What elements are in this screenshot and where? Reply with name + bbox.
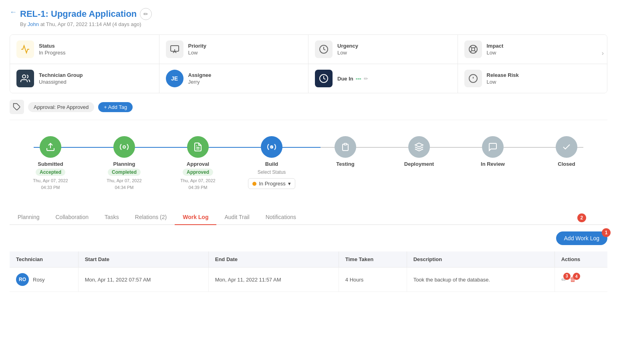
- technician-avatar: RO: [16, 273, 29, 286]
- timeline-step-testing: Testing: [308, 136, 382, 169]
- svg-line-6: [474, 50, 476, 52]
- release-risk-icon: [464, 70, 482, 87]
- author-link[interactable]: John: [28, 21, 39, 27]
- urgency-icon: [315, 40, 333, 58]
- tabs-bar: Planning Collaboration Tasks Relations (…: [10, 210, 607, 225]
- table-row: RO Rosy Mon, Apr 11, 2022 07:57 AM Mon, …: [10, 267, 607, 292]
- add-tag-button[interactable]: + Add Tag: [98, 102, 133, 112]
- edit-worklog-button[interactable]: ✏ 3: [561, 276, 567, 284]
- due-in-edit-icon[interactable]: ✏: [364, 76, 368, 82]
- deployment-label: Deployment: [404, 161, 434, 167]
- info-card-due-in[interactable]: Due In --- ✏: [308, 64, 458, 93]
- submitted-date: Thu, Apr 07, 202204:33 PM: [33, 177, 68, 191]
- technician-cell: RO Rosy: [10, 267, 78, 292]
- timeline-step-build: Build Select Status In Progress ▾: [235, 136, 308, 189]
- submitted-circle: [40, 136, 61, 158]
- tab-worklog[interactable]: Work Log: [175, 210, 216, 225]
- back-button[interactable]: ←: [10, 8, 17, 16]
- info-card-assignee[interactable]: JE Assignee Jerry: [159, 64, 309, 93]
- status-label: Status: [39, 43, 65, 49]
- planning-date: Thu, Apr 07, 202204:34 PM: [107, 177, 141, 191]
- urgency-label: Urgency: [337, 43, 358, 49]
- approval-tag[interactable]: Approval: Pre Approved: [28, 102, 94, 112]
- in-review-label: In Review: [481, 161, 505, 167]
- main-page: ← REL-1: Upgrade Application ✏ By John a…: [0, 0, 617, 364]
- col-technician: Technician: [10, 251, 78, 267]
- description-cell: Took the backup of the database.: [407, 267, 554, 292]
- worklog-section: 2 Add Work Log 1 Technician Start Date E…: [10, 231, 607, 292]
- due-in-icon: [315, 70, 333, 87]
- approval-date: Thu, Apr 07, 202204:39 PM: [180, 177, 215, 191]
- timeline-step-submitted: Submitted Accepted Thu, Apr 07, 202204:3…: [14, 136, 87, 191]
- title-block: REL-1: Upgrade Application ✏ By John at …: [20, 8, 152, 27]
- testing-label: Testing: [336, 161, 354, 167]
- testing-circle: [335, 136, 356, 158]
- info-card-technician-group[interactable]: Technician Group Unassigned: [10, 64, 159, 93]
- impact-value: Low: [487, 50, 504, 56]
- worklog-table: Technician Start Date End Date Time Take…: [10, 251, 607, 292]
- info-card-impact[interactable]: Impact Low: [458, 35, 607, 64]
- status-value: In Progress: [39, 50, 65, 56]
- badge-1: 1: [602, 228, 611, 237]
- worklog-actions-bar: 2 Add Work Log 1: [10, 231, 607, 245]
- due-in-label: Due In: [337, 76, 353, 82]
- tab-collaboration[interactable]: Collaboration: [48, 210, 97, 225]
- end-date-cell: Mon, Apr 11, 2022 11:57 AM: [208, 267, 339, 292]
- timeline-step-closed: Closed: [530, 136, 603, 169]
- svg-point-9: [22, 75, 26, 78]
- timeline-step-approval: Approval Approved Thu, Apr 07, 202204:39…: [161, 136, 235, 191]
- priority-value: Low: [188, 50, 207, 56]
- approval-status: Approved: [183, 169, 213, 176]
- timeline-step-planning: Planning Completed Thu, Apr 07, 202204:3…: [87, 136, 161, 191]
- tab-relations[interactable]: Relations (2): [127, 210, 175, 225]
- badge-4: 4: [573, 273, 580, 280]
- delete-worklog-button[interactable]: 🗑 4: [570, 276, 576, 283]
- submitted-label: Submitted: [38, 161, 63, 167]
- timeline-step-deployment: Deployment: [382, 136, 456, 169]
- title-text: REL-1: Upgrade Application: [20, 9, 137, 19]
- cards-chevron-right[interactable]: ›: [602, 50, 604, 57]
- in-progress-label: In Progress: [259, 181, 285, 187]
- closed-label: Closed: [558, 161, 575, 167]
- col-description: Description: [407, 251, 554, 267]
- page-title: REL-1: Upgrade Application ✏: [20, 8, 152, 20]
- impact-icon: [464, 40, 482, 58]
- tab-audit-trail[interactable]: Audit Trail: [216, 210, 257, 225]
- tab-notifications[interactable]: Notifications: [258, 210, 304, 225]
- time-taken-cell: 4 Hours: [339, 267, 407, 292]
- assignee-label: Assignee: [188, 72, 212, 78]
- col-time-taken: Time Taken: [339, 251, 407, 267]
- planning-status: Completed: [108, 169, 141, 176]
- info-card-release-risk[interactable]: Release Risk Low: [458, 64, 607, 93]
- add-worklog-button[interactable]: Add Work Log: [556, 231, 607, 245]
- col-start-date: Start Date: [78, 251, 208, 267]
- release-risk-label: Release Risk: [487, 72, 519, 78]
- technician-name: Rosy: [33, 277, 45, 283]
- approval-label: Approval: [187, 161, 209, 167]
- info-card-urgency[interactable]: Urgency Low: [308, 35, 458, 64]
- tags-row: Approval: Pre Approved + Add Tag: [10, 94, 607, 120]
- subtitle: By John at Thu, Apr 07, 2022 11:14 AM (4…: [20, 21, 152, 27]
- build-circle: [261, 136, 282, 158]
- tab-planning[interactable]: Planning: [10, 210, 48, 225]
- planning-label: Planning: [113, 161, 135, 167]
- technician-group-icon: [16, 70, 34, 87]
- svg-point-16: [123, 146, 125, 148]
- in-progress-dot: [252, 182, 256, 186]
- due-in-value: ---: [356, 75, 361, 82]
- build-label: Build: [265, 161, 278, 167]
- info-cards-grid: Status In Progress Priority Low Urgency …: [10, 34, 607, 93]
- start-date-cell: Mon, Apr 11, 2022 07:57 AM: [78, 267, 208, 292]
- tag-icon: [10, 100, 24, 114]
- table-body: RO Rosy Mon, Apr 11, 2022 07:57 AM Mon, …: [10, 267, 607, 292]
- edit-title-button[interactable]: ✏: [140, 8, 152, 20]
- tab-tasks[interactable]: Tasks: [97, 210, 127, 225]
- submitted-status: Accepted: [36, 169, 65, 176]
- info-card-status[interactable]: Status In Progress: [10, 35, 159, 64]
- build-status-select[interactable]: In Progress ▾: [248, 178, 295, 189]
- timeline-step-in-review: In Review: [456, 136, 530, 169]
- urgency-value: Low: [337, 50, 358, 56]
- technician-group-value: Unassigned: [39, 79, 83, 85]
- svg-point-4: [472, 48, 475, 51]
- info-card-priority[interactable]: Priority Low: [159, 35, 309, 64]
